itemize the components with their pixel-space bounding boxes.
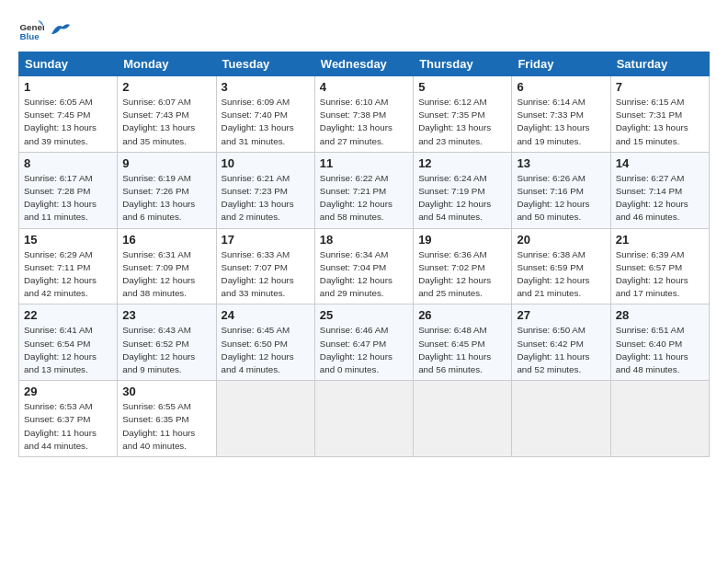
day-info: Sunrise: 6:10 AM Sunset: 7:38 PM Dayligh… [320,96,408,148]
calendar-cell: 10Sunrise: 6:21 AM Sunset: 7:23 PM Dayli… [216,152,314,228]
svg-text:Blue: Blue [19,31,40,41]
day-number: 18 [320,233,408,247]
day-number: 5 [418,80,506,94]
day-info: Sunrise: 6:09 AM Sunset: 7:40 PM Dayligh… [222,96,310,148]
calendar-cell [610,381,709,457]
calendar-cell: 7Sunrise: 6:15 AM Sunset: 7:31 PM Daylig… [610,76,709,153]
day-info: Sunrise: 6:22 AM Sunset: 7:21 PM Dayligh… [320,172,408,224]
calendar-table: SundayMondayTuesdayWednesdayThursdayFrid… [18,52,710,457]
calendar-cell: 12Sunrise: 6:24 AM Sunset: 7:19 PM Dayli… [414,152,512,228]
day-number: 27 [517,308,605,322]
day-info: Sunrise: 6:46 AM Sunset: 6:47 PM Dayligh… [320,324,408,376]
day-number: 8 [24,156,112,170]
calendar-cell [314,381,413,457]
day-info: Sunrise: 6:05 AM Sunset: 7:45 PM Dayligh… [24,96,112,148]
day-info: Sunrise: 6:26 AM Sunset: 7:16 PM Dayligh… [517,172,605,224]
calendar-cell: 28Sunrise: 6:51 AM Sunset: 6:40 PM Dayli… [610,304,709,381]
page: General Blue SundayMondayT [0,0,728,466]
day-number: 30 [122,385,210,398]
column-header-saturday: Saturday [610,52,709,76]
day-number: 25 [320,308,408,322]
day-number: 10 [222,156,310,170]
calendar-cell [414,381,512,457]
day-info: Sunrise: 6:17 AM Sunset: 7:28 PM Dayligh… [24,172,112,224]
day-number: 29 [24,385,112,398]
day-info: Sunrise: 6:36 AM Sunset: 7:02 PM Dayligh… [418,248,506,301]
day-number: 4 [320,80,408,94]
day-info: Sunrise: 6:50 AM Sunset: 6:42 PM Dayligh… [517,324,605,376]
calendar-cell: 13Sunrise: 6:26 AM Sunset: 7:16 PM Dayli… [512,152,610,228]
calendar-cell: 24Sunrise: 6:45 AM Sunset: 6:50 PM Dayli… [216,304,314,381]
day-info: Sunrise: 6:24 AM Sunset: 7:19 PM Dayligh… [418,172,506,224]
day-info: Sunrise: 6:29 AM Sunset: 7:11 PM Dayligh… [24,248,112,301]
calendar-cell: 2Sunrise: 6:07 AM Sunset: 7:43 PM Daylig… [118,76,216,153]
day-info: Sunrise: 6:14 AM Sunset: 7:33 PM Dayligh… [517,96,605,148]
day-info: Sunrise: 6:31 AM Sunset: 7:09 PM Dayligh… [122,248,210,301]
column-header-sunday: Sunday [19,52,118,76]
day-number: 6 [517,80,605,94]
calendar-cell: 9Sunrise: 6:19 AM Sunset: 7:26 PM Daylig… [118,152,216,228]
day-info: Sunrise: 6:39 AM Sunset: 6:57 PM Dayligh… [616,248,704,301]
calendar-cell: 21Sunrise: 6:39 AM Sunset: 6:57 PM Dayli… [610,228,709,304]
day-number: 11 [320,156,408,170]
day-info: Sunrise: 6:19 AM Sunset: 7:26 PM Dayligh… [122,172,210,224]
day-number: 3 [222,80,310,94]
calendar-cell: 15Sunrise: 6:29 AM Sunset: 7:11 PM Dayli… [19,228,118,304]
column-header-friday: Friday [512,52,610,76]
day-number: 19 [418,233,506,247]
day-info: Sunrise: 6:53 AM Sunset: 6:37 PM Dayligh… [24,400,112,453]
day-number: 15 [24,233,112,247]
day-number: 13 [517,156,605,170]
day-number: 21 [616,233,704,247]
day-info: Sunrise: 6:43 AM Sunset: 6:52 PM Dayligh… [122,324,210,376]
day-info: Sunrise: 6:12 AM Sunset: 7:35 PM Dayligh… [418,96,506,148]
day-info: Sunrise: 6:34 AM Sunset: 7:04 PM Dayligh… [320,248,408,301]
header: General Blue [18,17,710,42]
column-header-monday: Monday [118,52,216,76]
day-number: 17 [222,233,310,247]
day-info: Sunrise: 6:48 AM Sunset: 6:45 PM Dayligh… [418,324,506,376]
calendar-cell: 11Sunrise: 6:22 AM Sunset: 7:21 PM Dayli… [314,152,413,228]
day-number: 28 [616,308,704,322]
calendar-cell: 4Sunrise: 6:10 AM Sunset: 7:38 PM Daylig… [314,76,413,153]
calendar-cell: 18Sunrise: 6:34 AM Sunset: 7:04 PM Dayli… [314,228,413,304]
column-header-wednesday: Wednesday [314,52,413,76]
calendar-cell: 23Sunrise: 6:43 AM Sunset: 6:52 PM Dayli… [118,304,216,381]
calendar-cell: 20Sunrise: 6:38 AM Sunset: 6:59 PM Dayli… [512,228,610,304]
day-number: 24 [222,308,310,322]
calendar-cell: 29Sunrise: 6:53 AM Sunset: 6:37 PM Dayli… [19,381,118,457]
day-info: Sunrise: 6:15 AM Sunset: 7:31 PM Dayligh… [616,96,704,148]
calendar-cell [512,381,610,457]
day-info: Sunrise: 6:45 AM Sunset: 6:50 PM Dayligh… [222,324,310,376]
calendar-cell: 25Sunrise: 6:46 AM Sunset: 6:47 PM Dayli… [314,304,413,381]
logo: General Blue [18,17,70,42]
day-number: 16 [122,233,210,247]
day-info: Sunrise: 6:55 AM Sunset: 6:35 PM Dayligh… [122,400,210,453]
day-info: Sunrise: 6:33 AM Sunset: 7:07 PM Dayligh… [222,248,310,301]
day-number: 23 [122,308,210,322]
calendar-cell: 3Sunrise: 6:09 AM Sunset: 7:40 PM Daylig… [216,76,314,153]
day-number: 1 [24,80,112,94]
calendar-cell: 8Sunrise: 6:17 AM Sunset: 7:28 PM Daylig… [19,152,118,228]
day-info: Sunrise: 6:07 AM Sunset: 7:43 PM Dayligh… [122,96,210,148]
header-row: SundayMondayTuesdayWednesdayThursdayFrid… [19,52,710,76]
day-number: 2 [122,80,210,94]
calendar-cell: 22Sunrise: 6:41 AM Sunset: 6:54 PM Dayli… [19,304,118,381]
day-info: Sunrise: 6:51 AM Sunset: 6:40 PM Dayligh… [616,324,704,376]
column-header-tuesday: Tuesday [216,52,314,76]
day-number: 22 [24,308,112,322]
calendar-cell: 16Sunrise: 6:31 AM Sunset: 7:09 PM Dayli… [118,228,216,304]
day-info: Sunrise: 6:27 AM Sunset: 7:14 PM Dayligh… [616,172,704,224]
calendar-cell: 6Sunrise: 6:14 AM Sunset: 7:33 PM Daylig… [512,76,610,153]
day-number: 26 [418,308,506,322]
day-number: 14 [616,156,704,170]
calendar-cell: 27Sunrise: 6:50 AM Sunset: 6:42 PM Dayli… [512,304,610,381]
day-number: 7 [616,80,704,94]
day-info: Sunrise: 6:21 AM Sunset: 7:23 PM Dayligh… [222,172,310,224]
day-number: 12 [418,156,506,170]
day-number: 20 [517,233,605,247]
day-number: 9 [122,156,210,170]
calendar-cell: 14Sunrise: 6:27 AM Sunset: 7:14 PM Dayli… [610,152,709,228]
calendar-cell: 30Sunrise: 6:55 AM Sunset: 6:35 PM Dayli… [118,381,216,457]
column-header-thursday: Thursday [414,52,512,76]
